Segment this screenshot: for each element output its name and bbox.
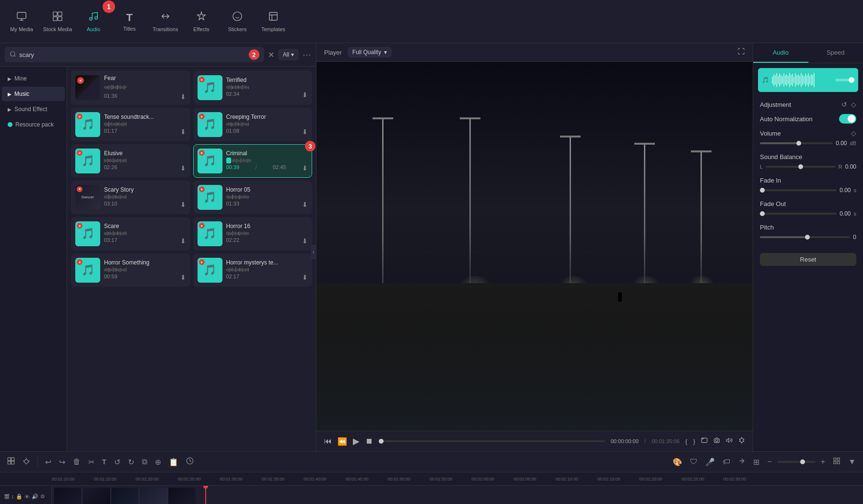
- toolbar-transitions[interactable]: Transitions: [149, 4, 182, 39]
- duration-terrified: 02:34 ⬇: [226, 91, 308, 99]
- volume-diamond-icon[interactable]: ◇: [851, 129, 856, 137]
- lock-icon[interactable]: 🔒: [16, 493, 23, 500]
- audio-card-horror-something[interactable]: 🎵 ♥ Horror Something 00:59 ⬇: [71, 253, 190, 287]
- screenshot-button[interactable]: [701, 437, 708, 446]
- download-creeping-button[interactable]: ⬇: [302, 128, 308, 136]
- adjustment-reset-icon[interactable]: ↺: [841, 101, 847, 108]
- audio-card-horror-16[interactable]: 🎵 ♥ Horror 16 02:22 ⬇: [193, 217, 313, 251]
- audio-card-elusive[interactable]: 🎵 ♥ Elusive 02:26 ⬇: [71, 144, 190, 178]
- undo-button[interactable]: ↩: [43, 456, 54, 469]
- download-criminal-button[interactable]: ⬇: [302, 164, 308, 172]
- motion-button[interactable]: [735, 455, 748, 469]
- reset-button[interactable]: Reset: [760, 253, 856, 266]
- download-horror05-button[interactable]: ⬇: [302, 201, 308, 208]
- mic-button[interactable]: 🎤: [703, 456, 717, 469]
- minus-button[interactable]: −: [765, 456, 774, 468]
- panel-collapse-button[interactable]: ‹: [311, 245, 316, 259]
- fullscreen-button[interactable]: [737, 47, 745, 57]
- download-scary-story-button[interactable]: ⬇: [180, 201, 186, 208]
- expand-button[interactable]: ▼: [846, 456, 858, 468]
- download-terrified-button[interactable]: ⬇: [302, 91, 308, 99]
- adjustment-diamond-icon[interactable]: ◇: [851, 101, 856, 108]
- audio-card-scary-story[interactable]: ♥ Dancer Scary Story 03:10 ⬇: [71, 181, 190, 214]
- audio-card-terrified[interactable]: 🎵 ♥ Terrified 02:34 ⬇: [193, 70, 313, 105]
- snapshot-button[interactable]: [713, 437, 720, 446]
- volume-preview-slider[interactable]: [835, 79, 854, 81]
- download-horror-something-button[interactable]: ⬇: [180, 274, 186, 281]
- toolbar-stickers[interactable]: Stickers: [221, 4, 254, 39]
- volume-button[interactable]: [726, 437, 733, 446]
- video-settings-icon[interactable]: ⚙: [40, 493, 45, 500]
- text-button[interactable]: T: [100, 456, 109, 468]
- sidebar-item-mine[interactable]: ▶ Mine: [2, 71, 65, 86]
- sidebar-item-resource-pack[interactable]: Resource pack: [2, 117, 65, 132]
- color-button[interactable]: 🎨: [670, 456, 685, 469]
- balance-slider[interactable]: [766, 166, 836, 168]
- download-tense-button[interactable]: ⬇: [180, 128, 186, 136]
- download-elusive-button[interactable]: ⬇: [180, 164, 186, 172]
- redo-button[interactable]: ↪: [57, 456, 68, 469]
- loop-button[interactable]: ↺: [112, 456, 123, 469]
- duration-horror-something: 00:59 ⬇: [104, 274, 186, 281]
- play-button[interactable]: ▶: [353, 436, 360, 447]
- delete-button[interactable]: 🗑: [70, 456, 83, 468]
- step-back-button[interactable]: ⏪: [338, 437, 347, 446]
- copy-button[interactable]: 📋: [166, 456, 181, 469]
- more-options-button[interactable]: ⋯: [303, 49, 311, 60]
- select-tool-button[interactable]: [5, 455, 17, 469]
- speed-button[interactable]: [184, 455, 196, 469]
- blade-tool-button[interactable]: [20, 455, 33, 469]
- quality-select-button[interactable]: Full Quality ▾: [348, 47, 392, 57]
- sidebar-item-music[interactable]: ▶ Music: [2, 87, 65, 101]
- download-horror16-button[interactable]: ⬇: [302, 237, 308, 245]
- download-fear-button[interactable]: ⬇: [180, 93, 186, 101]
- toolbar-my-media[interactable]: My Media: [5, 4, 38, 39]
- tab-speed[interactable]: Speed: [808, 43, 863, 63]
- fade-in-unit: s: [854, 187, 857, 193]
- tab-audio[interactable]: Audio: [753, 43, 808, 63]
- mark-in-button[interactable]: {: [685, 438, 687, 445]
- audio-card-tense[interactable]: 🎵 ♥ Tense soundtrack... 01:17 ⬇: [71, 108, 190, 141]
- toolbar-effects[interactable]: Effects: [185, 4, 218, 39]
- fade-out-slider[interactable]: [760, 213, 837, 215]
- search-filter-button[interactable]: All ▾: [278, 49, 299, 60]
- eye-icon[interactable]: 👁: [24, 494, 30, 500]
- audio-card-fear[interactable]: ♥ Fear 01:36 ⬇: [71, 70, 190, 105]
- pitch-slider[interactable]: [760, 236, 850, 238]
- group-button[interactable]: ⧉: [140, 456, 150, 468]
- toolbar-stock-media[interactable]: Stock Media: [41, 4, 74, 39]
- mark-out-button[interactable]: }: [693, 438, 695, 445]
- plus-button[interactable]: +: [818, 456, 828, 468]
- zoom-slider[interactable]: [777, 461, 816, 463]
- search-clear-button[interactable]: ✕: [268, 50, 274, 59]
- layout-button[interactable]: [830, 455, 843, 469]
- audio-card-horror-mysterys[interactable]: 🎵 ♥ Horror mysterys te... 02:17 ⬇: [193, 253, 313, 287]
- forward-button[interactable]: ↻: [126, 456, 137, 469]
- search-input[interactable]: [19, 51, 246, 58]
- volume-track-icon[interactable]: 🔊: [32, 493, 38, 500]
- volume-slider[interactable]: [760, 142, 833, 144]
- stop-button[interactable]: ⏹: [365, 437, 373, 446]
- audio-card-horror-05[interactable]: 🎵 ♥ Horror 05 01:33 ⬇: [193, 181, 313, 214]
- audio-card-creeping[interactable]: 🎵 ♥ Creeping Terror 01:08 ⬇: [193, 108, 313, 141]
- progress-bar[interactable]: [379, 440, 605, 442]
- shield-button[interactable]: 🛡: [688, 456, 700, 468]
- download-horror-mysterys-button[interactable]: ⬇: [302, 274, 308, 281]
- toolbar-audio[interactable]: Audio 1: [77, 4, 110, 39]
- skip-back-button[interactable]: ⏮: [324, 437, 332, 446]
- audio-card-criminal[interactable]: 3 🎵 ♥ Criminal 00:39 /: [193, 144, 313, 178]
- grid-button[interactable]: ⊞: [751, 456, 762, 469]
- audio-card-scare[interactable]: 🎵 ♥ Scare 03:17 ⬇: [71, 217, 190, 251]
- auto-norm-toggle[interactable]: [839, 114, 856, 124]
- tag-button[interactable]: 🏷: [720, 456, 733, 468]
- settings-button[interactable]: [738, 437, 745, 446]
- video-clip[interactable]: [54, 488, 196, 504]
- cut-button[interactable]: ✂: [86, 456, 97, 469]
- toolbar-templates[interactable]: Templates: [257, 4, 290, 39]
- download-scare-button[interactable]: ⬇: [180, 237, 186, 245]
- sidebar-item-sound-effect[interactable]: ▶ Sound Effect: [2, 102, 65, 116]
- link-button[interactable]: ⊕: [152, 456, 163, 469]
- toolbar-titles[interactable]: T Titles: [113, 4, 146, 39]
- fade-in-slider[interactable]: [760, 189, 837, 191]
- current-time: 00:00:00:00: [611, 438, 639, 444]
